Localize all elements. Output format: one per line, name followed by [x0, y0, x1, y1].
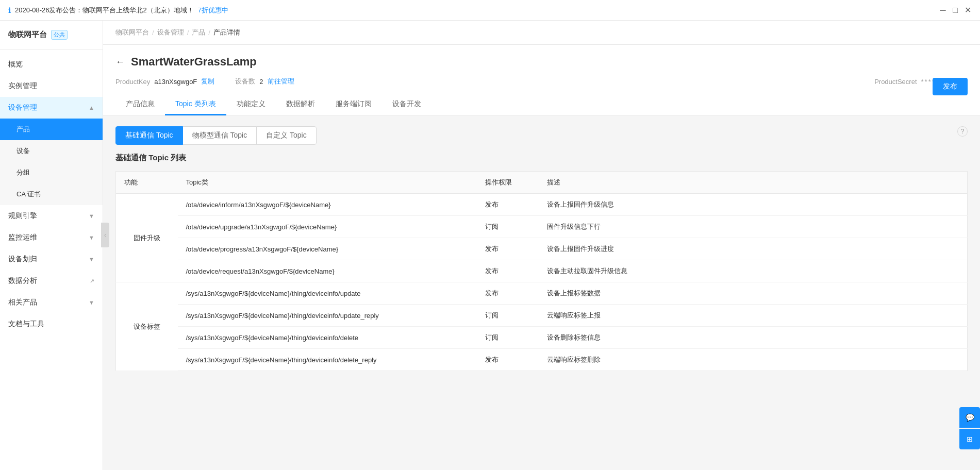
- table-perm-cell: 订阅: [477, 216, 539, 238]
- tab-device-dev[interactable]: 设备开发: [382, 94, 431, 115]
- table-row: /ota/device/upgrade/a13nXsgwgoF/${device…: [116, 216, 968, 238]
- table-perm-cell: 发布: [477, 260, 539, 282]
- product-header: ← SmartWaterGrassLamp ProductKey a13nXsg…: [103, 45, 980, 116]
- table-desc-cell: 设备上报固件升级进度: [539, 238, 968, 260]
- device-count-label: 设备数: [235, 77, 255, 86]
- close-button[interactable]: ✕: [964, 6, 972, 14]
- breadcrumb-device-mgmt[interactable]: 设备管理: [157, 28, 184, 37]
- table-row: /ota/device/progress/a13nXsgwgoF/${devic…: [116, 238, 968, 260]
- sidebar-item-label: 设备: [16, 146, 30, 156]
- logo-text: 物联网平台: [8, 30, 47, 40]
- minimize-button[interactable]: ─: [939, 6, 947, 14]
- sidebar-item-related-products[interactable]: 相关产品 ▼: [0, 292, 103, 313]
- sidebar-item-rule-engine[interactable]: 规则引擎 ▼: [0, 205, 103, 227]
- chevron-down-icon: ▼: [89, 234, 94, 241]
- device-count-item: 设备数 2 前往管理: [235, 77, 294, 86]
- breadcrumb-home[interactable]: 物联网平台: [115, 28, 149, 37]
- sidebar-item-label: 数据分析: [8, 276, 37, 286]
- table-row: /sys/a13nXsgwgoF/${deviceName}/thing/dev…: [116, 349, 968, 371]
- product-key-value: a13nXsgwgoF: [154, 78, 197, 86]
- sidebar-item-label: 实例管理: [8, 81, 37, 91]
- product-tabs: 产品信息 Topic 类列表 功能定义 数据解析 服务端订阅 设备开发: [115, 94, 968, 115]
- external-icon: ↗: [90, 278, 94, 284]
- sub-tab-model[interactable]: 物模型通信 Topic: [182, 126, 257, 145]
- col-header-topic: Topic类: [178, 172, 477, 194]
- sidebar-item-instance[interactable]: 实例管理: [0, 75, 103, 97]
- table-row: /sys/a13nXsgwgoF/${deviceName}/thing/dev…: [116, 305, 968, 327]
- announcement-link[interactable]: 7折优惠中: [198, 6, 228, 15]
- chevron-left-icon: ‹: [104, 232, 106, 238]
- topic-content: 基础通信 Topic 物模型通信 Topic 自定义 Topic 基础通信 To…: [103, 116, 980, 381]
- tab-func-def[interactable]: 功能定义: [226, 94, 276, 115]
- sidebar-item-label: 文档与工具: [8, 320, 44, 329]
- table-perm-cell: 订阅: [477, 305, 539, 327]
- sidebar-collapse-toggle[interactable]: ‹: [101, 223, 109, 247]
- info-icon: ℹ: [8, 6, 11, 14]
- table-desc-cell: 设备上报固件升级信息: [539, 194, 968, 216]
- table-desc-cell: 设备上报标签数据: [539, 282, 968, 305]
- sidebar-sub-device-mgmt: 产品 设备 分组 CA 证书: [0, 119, 103, 205]
- tab-data-analysis[interactable]: 数据解析: [276, 94, 325, 115]
- window-controls: ─ □ ✕: [939, 6, 972, 14]
- sidebar-item-label: 相关产品: [8, 298, 37, 307]
- feedback-icon[interactable]: ⊞: [959, 429, 980, 449]
- maximize-button[interactable]: □: [951, 6, 959, 14]
- back-arrow-icon[interactable]: ←: [115, 57, 125, 68]
- table-perm-cell: 发布: [477, 282, 539, 305]
- table-row: /ota/device/request/a13nXsgwgoF/${device…: [116, 260, 968, 282]
- sidebar-item-label: 监控运维: [8, 233, 37, 242]
- breadcrumb-product[interactable]: 产品: [192, 28, 205, 37]
- tab-topic-list[interactable]: Topic 类列表: [165, 94, 226, 115]
- help-icon[interactable]: ?: [957, 126, 968, 137]
- sidebar-item-label: 分组: [16, 168, 30, 177]
- table-row: 固件升级/ota/device/inform/a13nXsgwgoF/${dev…: [116, 194, 968, 216]
- sidebar-item-monitor[interactable]: 监控运维 ▼: [0, 227, 103, 248]
- sidebar-item-data-analysis[interactable]: 数据分析 ↗: [0, 270, 103, 292]
- tab-product-info[interactable]: 产品信息: [115, 94, 165, 115]
- table-desc-cell: 云端响应标签上报: [539, 305, 968, 327]
- sidebar-item-label: 设备划归: [8, 255, 37, 264]
- sub-tab-basic[interactable]: 基础通信 Topic: [115, 126, 183, 145]
- breadcrumb-current: 产品详情: [213, 28, 240, 37]
- table-topic-cell: /sys/a13nXsgwgoF/${deviceName}/thing/dev…: [178, 349, 477, 371]
- table-perm-cell: 发布: [477, 349, 539, 371]
- table-topic-cell: /sys/a13nXsgwgoF/${deviceName}/thing/dev…: [178, 327, 477, 349]
- publish-button[interactable]: 发布: [933, 78, 968, 95]
- device-count-value: 2: [259, 78, 263, 86]
- sidebar-item-label: 产品: [16, 125, 30, 134]
- sidebar-item-device-group[interactable]: 设备划归 ▼: [0, 248, 103, 270]
- table-topic-cell: /sys/a13nXsgwgoF/${deviceName}/thing/dev…: [178, 282, 477, 305]
- sidebar-item-product[interactable]: 产品: [0, 119, 103, 140]
- col-header-perm: 操作权限: [477, 172, 539, 194]
- sidebar-item-docs-tools[interactable]: 文档与工具: [0, 313, 103, 335]
- sidebar-item-ca-cert[interactable]: CA 证书: [0, 183, 103, 205]
- breadcrumb-sep-3: /: [208, 29, 210, 37]
- sidebar-item-label: CA 证书: [16, 190, 41, 199]
- table-perm-cell: 发布: [477, 194, 539, 216]
- table-topic-cell: /sys/a13nXsgwgoF/${deviceName}/thing/dev…: [178, 305, 477, 327]
- table-topic-cell: /ota/device/upgrade/a13nXsgwgoF/${device…: [178, 216, 477, 238]
- manage-link[interactable]: 前往管理: [268, 77, 294, 86]
- sidebar-menu: 概览 实例管理 设备管理 ▲ 产品 设备 分组 CA 证书: [0, 49, 103, 339]
- product-title-row: ← SmartWaterGrassLamp: [115, 55, 968, 69]
- sidebar-item-device[interactable]: 设备: [0, 140, 103, 162]
- sub-tab-custom[interactable]: 自定义 Topic: [256, 126, 317, 145]
- table-row: /sys/a13nXsgwgoF/${deviceName}/thing/dev…: [116, 327, 968, 349]
- chat-icon[interactable]: 💬: [959, 407, 980, 428]
- table-topic-cell: /ota/device/request/a13nXsgwgoF/${device…: [178, 260, 477, 282]
- top-bar: ℹ 2020-08-26发布公告：物联网平台上线华北2（北京）地域！ 7折优惠中…: [0, 0, 980, 21]
- product-meta: ProductKey a13nXsgwgoF 复制 设备数 2 前往管理 Pro…: [115, 77, 968, 86]
- sidebar-item-device-mgmt[interactable]: 设备管理 ▲: [0, 97, 103, 119]
- sidebar-item-group[interactable]: 分组: [0, 162, 103, 183]
- table-desc-cell: 设备删除标签信息: [539, 327, 968, 349]
- topic-table: 功能 Topic类 操作权限 描述 固件升级/ota/device/inform…: [115, 171, 968, 371]
- bottom-right-icons: 💬 ⊞: [959, 407, 980, 449]
- sidebar-item-overview[interactable]: 概览: [0, 54, 103, 75]
- logo-badge: 公共: [51, 30, 68, 40]
- sidebar-item-label: 规则引擎: [8, 211, 37, 221]
- chevron-up-icon: ▲: [89, 105, 94, 111]
- tab-service-sub[interactable]: 服务端订阅: [325, 94, 382, 115]
- sub-tabs: 基础通信 Topic 物模型通信 Topic 自定义 Topic: [115, 126, 968, 145]
- copy-link[interactable]: 复制: [201, 77, 214, 86]
- breadcrumb-sep-1: /: [152, 29, 154, 37]
